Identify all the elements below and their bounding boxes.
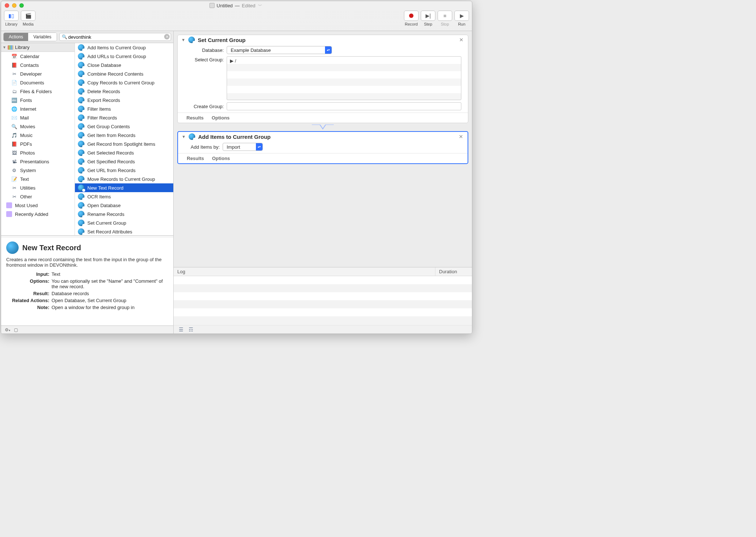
library-category-internet[interactable]: 🌐Internet <box>1 104 75 113</box>
action-rename-records[interactable]: Rename Records <box>75 210 173 218</box>
action-get-url-from-records[interactable]: Get URL from Records <box>75 166 173 175</box>
action-add-items-to-current-group[interactable]: Add Items to Current Group <box>75 43 173 52</box>
library-category-system[interactable]: ⚙︎System <box>1 166 75 175</box>
workflow-step-set-current-group[interactable]: ▼ Set Current Group ✕ Database: Example … <box>177 35 468 123</box>
library-category-photos[interactable]: 🖼Photos <box>1 148 75 157</box>
devonthink-icon <box>78 149 84 156</box>
create-group-input[interactable] <box>227 102 461 110</box>
library-category-utilities[interactable]: ✂︎Utilities <box>1 183 75 192</box>
category-label: Developer <box>20 71 42 77</box>
devonthink-icon <box>78 132 84 138</box>
action-label: Copy Records to Current Group <box>87 80 155 85</box>
toolbar-media-button[interactable]: 🎬 Media <box>21 11 35 26</box>
add-items-popup[interactable]: Import ▴▾ <box>223 143 263 151</box>
minimize-window-button[interactable] <box>12 3 16 8</box>
database-popup[interactable]: Example Database ▴▾ <box>227 46 332 54</box>
action-get-group-contents[interactable]: Get Group Contents <box>75 122 173 131</box>
action-open-database[interactable]: Open Database <box>75 201 173 210</box>
clear-search-button[interactable]: ✕ <box>164 34 170 39</box>
action-add-urls-to-current-group[interactable]: Add URLs to Current Group <box>75 52 173 61</box>
library-tree[interactable]: ▼ Library 📅Calendar📕Contacts✂︎Developer📄… <box>1 43 75 235</box>
category-label: Utilities <box>20 185 35 191</box>
log-body[interactable] <box>174 276 472 325</box>
segment-variables[interactable]: Variables <box>28 33 56 41</box>
action-get-specified-records[interactable]: Get Specified Records <box>75 157 173 166</box>
toolbar-step-button[interactable]: ▶| Step <box>421 11 435 26</box>
log-column-log[interactable]: Log <box>174 267 435 276</box>
zoom-window-button[interactable] <box>19 3 24 8</box>
library-tree-header[interactable]: ▼ Library <box>1 43 75 52</box>
library-category-files-folders[interactable]: 🗂Files & Folders <box>1 87 75 96</box>
action-new-text-record[interactable]: New Text Record <box>75 183 173 192</box>
action-ocr-items[interactable]: OCR Items <box>75 192 173 201</box>
workflow-step-add-items[interactable]: ▼ Add Items to Current Group ✕ Add Items… <box>177 131 468 164</box>
action-label: Delete Records <box>87 89 120 94</box>
disclosure-triangle-icon[interactable]: ▼ <box>3 45 6 49</box>
action-copy-records-to-current-group[interactable]: Copy Records to Current Group <box>75 78 173 87</box>
toolbar-media-label: Media <box>23 22 34 26</box>
log-view-mode-flow-button[interactable]: ☶ <box>189 327 193 332</box>
window-title[interactable]: Untitled — Edited ﹀ <box>24 3 448 8</box>
log-column-duration[interactable]: Duration <box>435 267 472 276</box>
action-combine-record-contents[interactable]: Combine Record Contents <box>75 69 173 78</box>
library-category-movies[interactable]: 🔍Movies <box>1 122 75 131</box>
action-filter-records[interactable]: Filter Records <box>75 113 173 122</box>
workflow-canvas[interactable]: ▼ Set Current Group ✕ Database: Example … <box>174 31 472 267</box>
window-title-text: Untitled <box>217 3 233 8</box>
select-group-list[interactable]: ▶︎ / <box>227 56 461 100</box>
card-options-button[interactable]: Options <box>212 156 230 161</box>
toolbar-library-button[interactable]: ▮▯ Library <box>4 11 19 26</box>
search-field-container: 🔍 ✕ <box>59 33 171 41</box>
devonthink-icon <box>78 202 84 209</box>
toolbar-run-button[interactable]: ▶ Run <box>454 11 469 26</box>
segment-actions[interactable]: Actions <box>4 33 28 41</box>
library-category-mail[interactable]: ✉️Mail <box>1 113 75 122</box>
card-results-button[interactable]: Results <box>186 115 204 121</box>
action-set-current-group[interactable]: Set Current Group <box>75 218 173 227</box>
action-filter-items[interactable]: Filter Items <box>75 104 173 113</box>
action-close-database[interactable]: Close Database <box>75 61 173 69</box>
close-window-button[interactable] <box>5 3 9 8</box>
smart-folder-icon <box>6 211 12 217</box>
log-view-mode-list-button[interactable]: ☰ <box>179 327 184 332</box>
disclosure-triangle-icon[interactable]: ▼ <box>182 134 186 139</box>
library-category-contacts[interactable]: 📕Contacts <box>1 61 75 69</box>
library-smart-most-used[interactable]: Most Used <box>1 201 75 210</box>
popup-arrows-icon: ▴▾ <box>325 46 332 54</box>
select-group-root[interactable]: ▶︎ / <box>230 58 236 64</box>
window-controls <box>5 3 24 8</box>
toolbar-record-button[interactable]: Record <box>404 11 419 26</box>
action-move-records-to-current-group[interactable]: Move Records to Current Group <box>75 175 173 183</box>
toolbar-step-label: Step <box>424 22 432 26</box>
disclosure-triangle-icon[interactable]: ▼ <box>181 38 185 42</box>
library-smart-recently-added[interactable]: Recently Added <box>1 210 75 218</box>
library-category-pdfs[interactable]: 📕PDFs <box>1 140 75 148</box>
library-category-text[interactable]: 📝Text <box>1 175 75 183</box>
library-category-other[interactable]: ✂︎Other <box>1 192 75 201</box>
close-card-button[interactable]: ✕ <box>458 37 464 43</box>
library-category-fonts[interactable]: 🔤Fonts <box>1 96 75 104</box>
action-get-item-from-records[interactable]: Get Item from Records <box>75 131 173 140</box>
toolbar-stop-button[interactable]: ■ Stop <box>438 11 452 26</box>
action-get-selected-records[interactable]: Get Selected Records <box>75 148 173 157</box>
card-options-button[interactable]: Options <box>212 115 230 121</box>
library-category-calendar[interactable]: 📅Calendar <box>1 52 75 61</box>
card-results-button[interactable]: Results <box>187 156 204 161</box>
library-category-developer[interactable]: ✂︎Developer <box>1 69 75 78</box>
close-card-button[interactable]: ✕ <box>458 134 464 140</box>
gear-menu-button[interactable]: ⚙︎▾ <box>5 327 10 332</box>
action-delete-records[interactable]: Delete Records <box>75 87 173 96</box>
expand-log-button[interactable]: ▢ <box>14 327 18 332</box>
title-dropdown-icon[interactable]: ﹀ <box>258 3 262 8</box>
library-category-presentations[interactable]: 📽Presentations <box>1 157 75 166</box>
action-set-record-attributes[interactable]: Set Record Attributes <box>75 227 173 235</box>
library-category-documents[interactable]: 📄Documents <box>1 78 75 87</box>
action-get-record-from-spotlight-items[interactable]: Get Record from Spotlight Items <box>75 140 173 148</box>
category-label: Internet <box>20 106 36 112</box>
library-category-music[interactable]: 🎵Music <box>1 131 75 140</box>
action-export-records[interactable]: Export Records <box>75 96 173 104</box>
action-label: Get Specified Records <box>87 159 135 164</box>
actions-list[interactable]: Add Items to Current GroupAdd URLs to Cu… <box>75 43 173 235</box>
search-input[interactable] <box>59 33 171 41</box>
category-label: Other <box>20 194 32 199</box>
